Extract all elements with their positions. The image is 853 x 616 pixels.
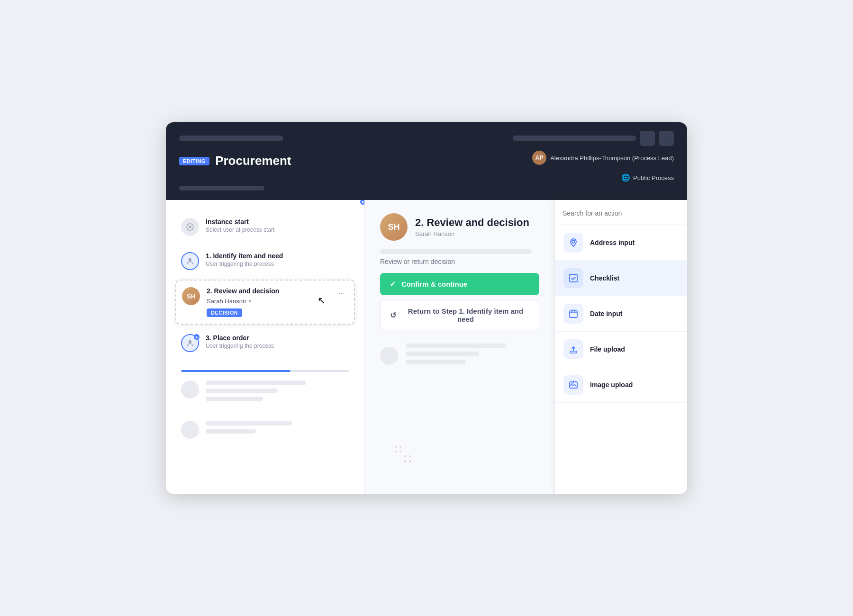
header-icon-1[interactable] <box>640 131 655 146</box>
step-2-info: 2. Review and decision Sarah Hanson ▾ DE… <box>207 287 328 317</box>
skeleton-info-2 <box>206 421 349 437</box>
skeleton-row-d1 <box>406 344 506 348</box>
skeleton-section-bottom <box>380 344 539 368</box>
header-meta: AP Alexandra Phillips-Thompson (Process … <box>532 151 674 182</box>
chevron-down-icon[interactable]: ▾ <box>249 299 251 304</box>
detail-avatar: SH <box>380 213 408 241</box>
more-options-button[interactable]: ··· <box>335 287 348 300</box>
action-search-area <box>555 200 687 225</box>
return-icon: ↺ <box>390 311 396 320</box>
step-1-subtitle: User triggering the process <box>206 261 349 267</box>
action-search-input[interactable] <box>563 208 680 219</box>
action-item-address[interactable]: Address input <box>555 225 687 261</box>
skeleton-row-2a <box>206 421 292 426</box>
confirm-label: Confirm & continue <box>401 280 467 288</box>
action-item-date[interactable]: Date input <box>555 296 687 332</box>
header-nav-bar <box>179 136 283 141</box>
skeleton-step-1 <box>175 374 355 411</box>
action-panel: Address input Checklist <box>554 200 687 494</box>
action-item-file-upload[interactable]: File upload <box>555 332 687 367</box>
confirm-button[interactable]: ✓ Confirm & continue <box>380 273 539 295</box>
globe-icon: 🌐 <box>621 173 630 182</box>
instance-start-title: Instance start <box>206 218 349 226</box>
sidebar-item-step-3[interactable]: 3. Place order User triggering the proce… <box>175 327 355 359</box>
instance-start-subtitle: Select user at process start <box>206 226 349 233</box>
svg-point-22 <box>572 383 573 385</box>
checklist-icon-wrap <box>563 268 583 288</box>
svg-rect-16 <box>570 311 577 317</box>
step-2-actions: ··· <box>335 287 348 300</box>
step-2-assignee: Sarah Hanson <box>207 298 246 305</box>
return-button[interactable]: ↺ Return to Step 1. Identify item and ne… <box>380 300 539 330</box>
svg-point-13 <box>409 460 411 462</box>
file-upload-label: File upload <box>590 345 625 353</box>
step-1-info: 1. Identify item and need User triggerin… <box>206 252 349 267</box>
skeleton-step-2 <box>175 414 355 445</box>
header-bottom <box>179 186 674 190</box>
skeleton-avatar-2 <box>181 421 199 439</box>
step-detail-info: 2. Review and decision Sarah Hanson <box>415 217 529 237</box>
page-title: Procurement <box>215 154 291 168</box>
svg-point-4 <box>189 340 191 343</box>
step-2-title: 2. Review and decision <box>207 287 328 295</box>
editing-badge: EDITING <box>179 157 209 165</box>
step-2-avatar: SH <box>182 287 200 305</box>
sidebar-item-step-2[interactable]: SH 2. Review and decision Sarah Hanson ▾… <box>175 280 355 325</box>
skeleton-row-1b <box>206 389 278 393</box>
header-icon-2[interactable] <box>659 131 674 146</box>
svg-point-6 <box>395 446 397 448</box>
action-item-image-upload[interactable]: Image upload <box>555 367 687 403</box>
progress-bar-fill <box>181 370 290 372</box>
image-upload-label: Image upload <box>590 381 633 389</box>
svg-marker-1 <box>189 226 192 228</box>
instance-start-info: Instance start Select user at process st… <box>206 218 349 233</box>
steps-sidebar: Instance start Select user at process st… <box>166 200 365 494</box>
progress-bar-wrap <box>181 370 349 372</box>
main-window: EDITING Procurement AP Alexandra Phillip… <box>166 122 687 494</box>
svg-point-7 <box>399 446 401 448</box>
skeleton-info-1 <box>206 380 349 405</box>
sidebar-item-step-1[interactable]: 1. Identify item and need User triggerin… <box>175 245 355 277</box>
svg-point-10 <box>404 455 406 457</box>
skeleton-row-2b <box>206 429 256 434</box>
sidebar-item-instance-start[interactable]: Instance start Select user at process st… <box>175 211 355 243</box>
review-label: Review or return decision <box>380 258 539 265</box>
step-3-subtitle: User triggering the process <box>206 343 349 349</box>
process-lead-name: Alexandra Phillips-Thompson (Process Lea… <box>550 154 674 162</box>
svg-rect-15 <box>570 274 577 282</box>
date-input-icon-wrap <box>563 304 583 324</box>
header-search-bar <box>513 136 636 141</box>
step-3-title: 3. Place order <box>206 334 349 342</box>
step-detail-header: SH 2. Review and decision Sarah Hanson <box>380 213 539 241</box>
public-process-label: Public Process <box>633 174 674 181</box>
step-1-icon <box>181 252 199 270</box>
return-label: Return to Step 1. Identify item and need <box>402 307 529 323</box>
skeleton-row-d3 <box>406 360 466 364</box>
skeleton-row-d2 <box>406 352 479 356</box>
step-detail-assignee: Sarah Hanson <box>415 230 529 237</box>
file-upload-icon-wrap <box>563 339 583 359</box>
action-item-checklist[interactable]: Checklist <box>555 261 687 296</box>
progress-section <box>175 362 355 374</box>
address-input-icon-wrap <box>563 233 583 253</box>
svg-point-12 <box>404 460 406 462</box>
right-panel: SH 2. Review and decision Sarah Hanson R… <box>365 200 554 494</box>
svg-point-2 <box>189 258 191 261</box>
svg-point-8 <box>395 451 397 453</box>
svg-marker-3 <box>362 201 364 203</box>
decision-badge: DECISION <box>207 308 242 317</box>
main-content: Instance start Select user at process st… <box>166 200 687 494</box>
address-input-label: Address input <box>590 239 635 246</box>
step-1-title: 1. Identify item and need <box>206 252 349 260</box>
checklist-label: Checklist <box>590 274 619 282</box>
skeleton-info-detail <box>406 344 539 368</box>
skeleton-row-1c <box>206 397 263 401</box>
instance-start-icon <box>181 218 199 236</box>
svg-point-14 <box>572 240 575 243</box>
header-top <box>179 131 674 146</box>
detail-skeleton-bar <box>380 249 532 254</box>
step-3-info: 3. Place order User triggering the proce… <box>206 334 349 349</box>
step-3-icon <box>181 334 199 352</box>
step-detail-title: 2. Review and decision <box>415 217 529 229</box>
header: EDITING Procurement AP Alexandra Phillip… <box>166 122 687 200</box>
